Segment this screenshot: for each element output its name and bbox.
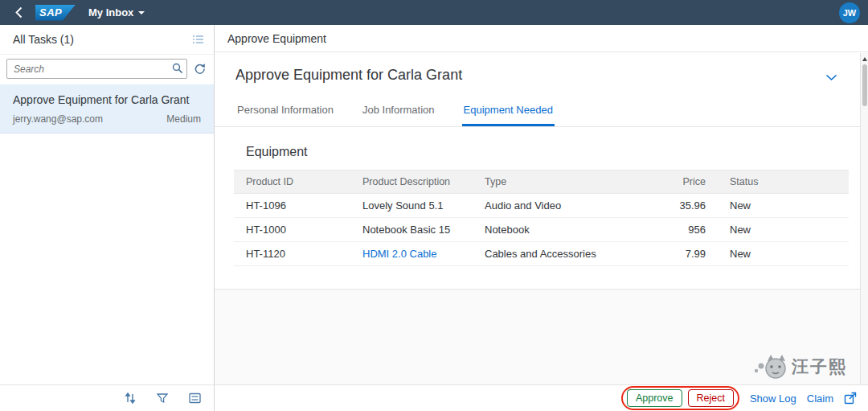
shell-bar: SAP My Inbox JW [0, 0, 868, 25]
tab-label: Personal Information [237, 104, 334, 116]
task-list-empty-area [0, 134, 214, 384]
page-title: Approve Equipment [227, 32, 326, 45]
table-row[interactable]: HT-1000Notebook Basic 15Notebook956New [234, 218, 849, 242]
table-cell: New [718, 194, 849, 218]
group-button[interactable] [189, 393, 201, 404]
table-cell: Audio and Video [473, 194, 641, 218]
search-icon [172, 63, 183, 74]
table-row[interactable]: HT-1096Lovely Sound 5.1Audio and Video35… [234, 194, 849, 218]
column-header-product-description: Product Description [350, 171, 473, 194]
search-button[interactable] [172, 63, 183, 77]
search-input[interactable] [6, 59, 187, 79]
tab-equipment-needed[interactable]: Equipment Needed [462, 104, 555, 126]
group-icon [189, 393, 201, 404]
sap-logo-text: SAP [39, 6, 62, 18]
chevron-down-icon [825, 74, 837, 81]
chevron-left-icon [14, 6, 23, 18]
filter-icon [157, 393, 168, 404]
scrollbar-up-arrow[interactable] [862, 57, 867, 61]
column-header-type: Type [473, 171, 641, 194]
chevron-down-icon [138, 11, 145, 14]
table-cell: Lovely Sound 5.1 [350, 194, 473, 218]
table-cell: 7.99 [641, 242, 718, 266]
column-header-price: Price [641, 171, 718, 194]
refresh-icon [194, 63, 206, 75]
filter-button[interactable] [157, 393, 168, 404]
collapse-header-button[interactable] [821, 67, 842, 88]
column-header-product-id: Product ID [234, 171, 350, 194]
task-list-toolbar [0, 384, 214, 411]
refresh-button[interactable] [194, 63, 206, 75]
approve-button[interactable]: Approve [627, 389, 682, 407]
sort-button[interactable] [125, 393, 136, 404]
section-title: Equipment [246, 145, 849, 159]
tab-bar: Personal Information Job Information Equ… [215, 104, 868, 127]
tab-job-information[interactable]: Job Information [361, 104, 436, 126]
task-detail-panel: Approve Equipment Approve Equipment for … [215, 25, 868, 411]
task-list-title: All Tasks (1) [13, 33, 74, 46]
table-cell: New [718, 242, 849, 266]
content-empty-area [215, 290, 868, 384]
annotation-highlight: Approve Reject [621, 386, 739, 410]
app-title: My Inbox [88, 6, 133, 18]
table-cell: New [718, 218, 849, 242]
sort-icon [125, 393, 136, 404]
sap-logo: SAP [35, 5, 76, 21]
footer-toolbar: Approve Reject Show Log Claim [215, 384, 868, 411]
open-in-new-window-button[interactable] [844, 392, 857, 405]
task-list-panel: All Tasks (1) [0, 25, 215, 411]
column-header-status: Status [718, 171, 849, 194]
table-cell: 35.96 [641, 194, 718, 218]
multi-select-icon [192, 34, 204, 45]
tab-personal-information[interactable]: Personal Information [235, 104, 335, 126]
table-cell: Notebook Basic 15 [350, 218, 473, 242]
table-cell: HT-1000 [234, 218, 350, 242]
app-title-menu[interactable]: My Inbox [88, 6, 145, 18]
scrollbar-thumb[interactable] [862, 64, 867, 106]
claim-link[interactable]: Claim [807, 393, 833, 405]
object-title: Approve Equipment for Carla Grant [235, 67, 462, 84]
equipment-table-body: HT-1096Lovely Sound 5.1Audio and Video35… [234, 194, 849, 266]
object-header: Approve Equipment for Carla Grant Person… [215, 52, 868, 127]
show-log-link[interactable]: Show Log [750, 393, 796, 405]
table-cell: Cables and Accessories [473, 242, 641, 266]
table-cell: Notebook [473, 218, 641, 242]
avatar-initials: JW [843, 8, 857, 18]
vertical-scrollbar[interactable] [860, 53, 868, 384]
multi-select-button[interactable] [192, 34, 204, 45]
equipment-table-header-row: Product IDProduct DescriptionTypePriceSt… [234, 171, 849, 194]
user-avatar[interactable]: JW [839, 2, 860, 23]
task-title: Approve Equipment for Carla Grant [13, 93, 201, 106]
table-row[interactable]: HT-1120HDMI 2.0 CableCables and Accessor… [234, 242, 849, 266]
tab-label: Equipment Needed [464, 104, 553, 116]
table-cell[interactable]: HDMI 2.0 Cable [350, 242, 473, 266]
reject-button[interactable]: Reject [688, 389, 734, 407]
equipment-table: Product IDProduct DescriptionTypePriceSt… [234, 170, 849, 266]
table-cell: 956 [641, 218, 718, 242]
tab-label: Job Information [362, 104, 435, 116]
open-in-new-window-icon [844, 392, 857, 405]
back-button[interactable] [10, 4, 27, 22]
task-creator-email: jerry.wang@sap.com [13, 113, 103, 125]
table-cell: HT-1096 [234, 194, 350, 218]
task-priority: Medium [166, 113, 201, 125]
table-cell: HT-1120 [234, 242, 350, 266]
equipment-panel: Equipment Product IDProduct DescriptionT… [215, 127, 868, 290]
task-list-item[interactable]: Approve Equipment for Carla Grant jerry.… [0, 84, 214, 134]
